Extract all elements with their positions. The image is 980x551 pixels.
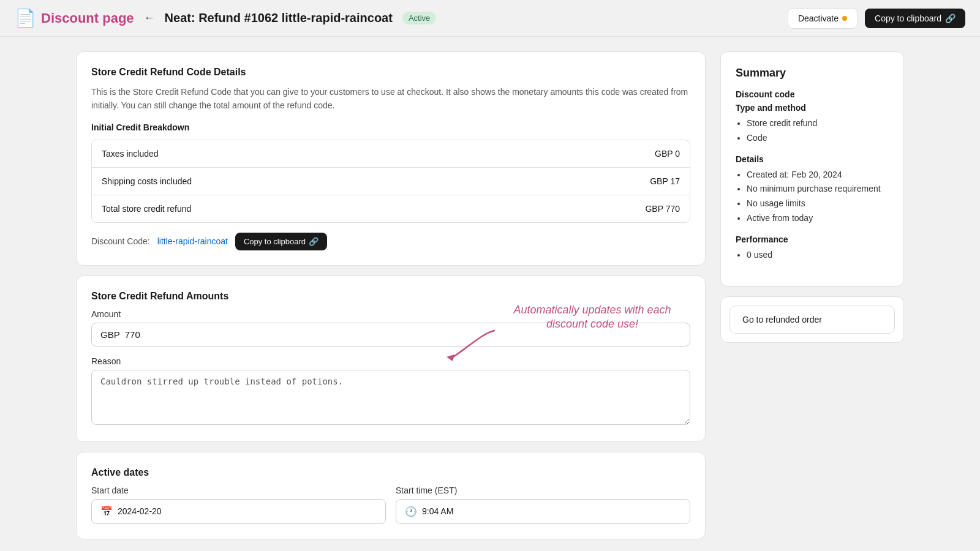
row-label: Total store credit refund [102, 204, 191, 214]
amount-label: Amount [91, 309, 690, 319]
discount-code-label: Discount Code: [91, 236, 150, 246]
start-time-input[interactable]: 🕐 9:04 AM [396, 499, 690, 524]
reason-textarea[interactable]: Cauldron stirred up trouble instead of p… [91, 370, 690, 425]
go-to-refunded-order-button[interactable]: Go to refunded order [729, 305, 895, 334]
details-list: Created at: Feb 20, 2024 No minimum purc… [736, 168, 889, 226]
performance-list: 0 used [736, 248, 889, 263]
app-logo: 📄 Discount page [15, 8, 134, 28]
start-time-value: 9:04 AM [422, 506, 453, 516]
app-logo-text: Discount page [41, 10, 134, 26]
list-item: Active from today [747, 211, 889, 226]
reason-label: Reason [91, 356, 690, 366]
row-value: GBP 770 [645, 204, 680, 214]
copy-clipboard-button[interactable]: Copy to clipboard 🔗 [865, 9, 965, 28]
table-row: Total store credit refund GBP 770 [92, 195, 690, 222]
row-value: GBP 0 [655, 149, 680, 159]
list-item: Code [747, 131, 889, 146]
deactivate-button[interactable]: Deactivate [788, 8, 858, 29]
list-item: 0 used [747, 248, 889, 263]
start-date-field: Start date 📅 2024-02-20 [91, 485, 386, 524]
type-method-list: Store credit refund Code [736, 116, 889, 146]
list-item: Created at: Feb 20, 2024 [747, 168, 889, 182]
refunded-order-card: Go to refunded order [720, 296, 904, 343]
start-time-field: Start time (EST) 🕐 9:04 AM [396, 485, 690, 524]
link-icon: 🔗 [945, 13, 956, 23]
copy-code-button[interactable]: Copy to clipboard 🔗 [235, 233, 327, 250]
page-header: ← Neat: Refund #1062 little-rapid-rainco… [144, 11, 778, 25]
start-date-value: 2024-02-20 [118, 506, 162, 516]
refund-code-details-title: Store Credit Refund Code Details [91, 67, 690, 78]
amount-input[interactable] [91, 323, 690, 347]
summary-card: Summary Discount code Type and method St… [720, 51, 904, 287]
status-badge: Active [402, 12, 436, 24]
header-actions: Deactivate Copy to clipboard 🔗 [788, 8, 965, 29]
left-column: Store Credit Refund Code Details This is… [76, 51, 706, 539]
discount-code-section-title: Discount code [736, 89, 889, 99]
refund-amounts-card: Store Credit Refund Amounts Automaticall… [76, 276, 706, 442]
details-section-title: Details [736, 154, 889, 164]
initial-breakdown-subtitle: Initial Credit Breakdown [91, 122, 690, 132]
calendar-icon: 📅 [100, 506, 113, 517]
active-dates-title: Active dates [91, 467, 690, 478]
dates-grid: Start date 📅 2024-02-20 Start time (EST)… [91, 485, 690, 524]
performance-section-title: Performance [736, 234, 889, 244]
row-label: Taxes included [102, 149, 159, 159]
document-icon: 📄 [15, 8, 36, 28]
summary-title: Summary [736, 67, 889, 80]
clock-icon: 🕐 [405, 506, 417, 517]
start-date-label: Start date [91, 485, 386, 495]
breakdown-table: Taxes included GBP 0 Shipping costs incl… [91, 140, 690, 223]
list-item: Store credit refund [747, 116, 889, 131]
list-item: No usage limits [747, 197, 889, 211]
active-dates-card: Active dates Start date 📅 2024-02-20 Sta… [76, 452, 706, 539]
refund-code-description: This is the Store Credit Refund Code tha… [91, 85, 690, 113]
start-time-label: Start time (EST) [396, 485, 690, 495]
list-item: No minimum purchase requirement [747, 182, 889, 197]
warning-dot [842, 16, 847, 21]
discount-code-link[interactable]: little-rapid-raincoat [157, 236, 228, 246]
discount-code-row: Discount Code: little-rapid-raincoat Cop… [91, 233, 690, 250]
refund-code-details-card: Store Credit Refund Code Details This is… [76, 51, 706, 266]
top-bar: 📄 Discount page ← Neat: Refund #1062 lit… [0, 0, 980, 37]
refund-amounts-title: Store Credit Refund Amounts [91, 291, 690, 302]
row-value: GBP 17 [650, 176, 680, 186]
start-date-input[interactable]: 📅 2024-02-20 [91, 499, 386, 524]
link-icon-small: 🔗 [309, 237, 318, 246]
right-column: Summary Discount code Type and method St… [720, 51, 904, 539]
main-content: Store Credit Refund Code Details This is… [61, 37, 919, 551]
table-row: Shipping costs included GBP 17 [92, 168, 690, 195]
row-label: Shipping costs included [102, 176, 192, 186]
table-row: Taxes included GBP 0 [92, 140, 690, 168]
page-title: Neat: Refund #1062 little-rapid-raincoat [165, 11, 393, 25]
back-button[interactable]: ← [144, 12, 155, 24]
type-method-section-title: Type and method [736, 103, 889, 113]
